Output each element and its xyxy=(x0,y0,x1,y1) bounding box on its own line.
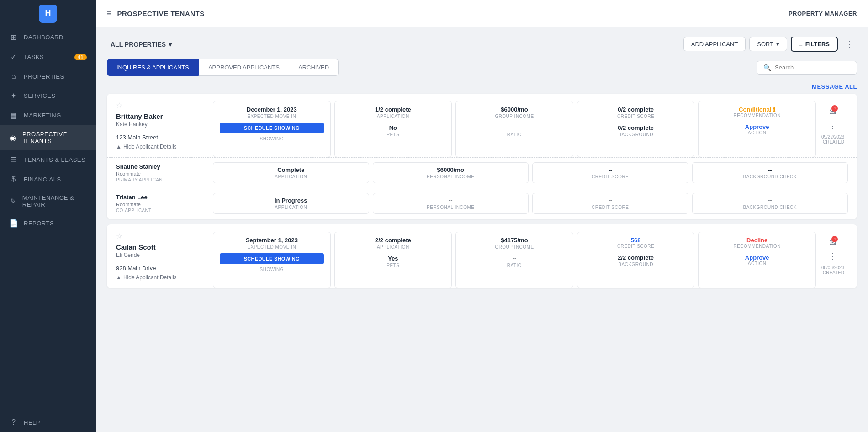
background-value: 0/2 complete xyxy=(618,124,654,131)
credit-cell: 0/2 complete CREDIT SCORE 0/2 complete B… xyxy=(577,101,695,157)
recommendation-label: RECOMMENDATION xyxy=(733,244,780,249)
sidebar-item-dashboard[interactable]: ⊞ DASHBOARD xyxy=(0,27,96,47)
action-button[interactable]: Approve xyxy=(745,254,769,261)
sub-income-value: $6000/mo xyxy=(437,166,464,173)
ratio-value: -- xyxy=(513,124,517,131)
services-icon: ✦ xyxy=(9,91,18,100)
applicant-card-cailan-scott: ☆ Cailan Scott Eli Cende 928 Main Drive … xyxy=(107,224,857,288)
sidebar-item-tenants-leases[interactable]: ☰ TENANTS & LEASES xyxy=(0,150,96,170)
tabs: INQUIRES & APPLICANTS APPROVED APPLICANT… xyxy=(107,59,339,76)
filter-left: ALL PROPERTIES ▾ xyxy=(107,39,175,50)
application-cell: 2/2 complete APPLICATION Yes PETS xyxy=(334,232,452,288)
main-content: ≡ PROSPECTIVE TENANTS PROPERTY MANAGER A… xyxy=(96,0,868,432)
chevron-down-icon: ▾ xyxy=(169,41,172,48)
sort-button[interactable]: SORT ▾ xyxy=(749,37,787,51)
tab-inquires[interactable]: INQUIRES & APPLICANTS xyxy=(107,59,199,76)
tab-archived[interactable]: ARCHIVED xyxy=(289,59,339,76)
sidebar-item-label: MARKETING xyxy=(24,112,61,119)
action-button[interactable]: Approve xyxy=(745,123,769,130)
sub-application-value: Complete xyxy=(277,166,304,173)
financials-icon: $ xyxy=(9,175,18,183)
hide-applicant-details-button[interactable]: ▲ Hide Applicant Details xyxy=(116,274,207,281)
schedule-showing-button[interactable]: SCHEDULE SHOWING xyxy=(220,123,324,133)
applicant-name: Cailan Scott xyxy=(116,243,207,251)
sub-background-cell: -- BACKGROUND CHECK xyxy=(692,193,848,214)
sub-income-label: PERSONAL INCOME xyxy=(427,174,474,179)
applicant-sub-name: Eli Cende xyxy=(116,252,207,258)
sub-applicant-role-label: CO-APPLICANT xyxy=(116,208,207,213)
recommendation-label: RECOMMENDATION xyxy=(733,113,780,118)
applicants-list: ☆ Brittany Baker Kate Hankey 123 Main St… xyxy=(107,94,857,288)
mail-button[interactable]: ✉ 1 xyxy=(829,107,836,117)
applicant-name: Brittany Baker xyxy=(116,112,207,120)
more-options-button[interactable]: ⋮ xyxy=(842,37,857,51)
expected-move-in-value: September 1, 2023 xyxy=(246,237,298,244)
topbar-role: PROPERTY MANAGER xyxy=(789,10,857,17)
filters-button[interactable]: ≡ FILTERS xyxy=(791,37,838,52)
sidebar-item-help[interactable]: ? HELP xyxy=(0,413,96,432)
sidebar-item-label: SERVICES xyxy=(24,92,56,99)
sub-applicant-name: Shaune Stanley xyxy=(116,163,207,170)
sidebar-item-marketing[interactable]: ▦ MARKETING xyxy=(0,106,96,125)
sub-applicants: Shaune Stanley Roommate PRIMARY APPLICAN… xyxy=(107,157,857,219)
prospective-tenants-icon: ◉ xyxy=(9,133,17,142)
sidebar-item-maintenance[interactable]: ✎ MAINTENANCE & REPAIR xyxy=(0,189,96,213)
pets-label: PETS xyxy=(386,132,399,137)
message-all-button[interactable]: MESSAGE ALL xyxy=(812,83,857,90)
showing-label: SHOWING xyxy=(260,136,284,141)
ratio-value: -- xyxy=(513,255,517,262)
expected-move-in-label: EXPECTED MOVE IN xyxy=(247,245,296,250)
star-icon[interactable]: ☆ xyxy=(116,232,207,240)
sidebar-item-properties[interactable]: ⌂ PROPERTIES xyxy=(0,67,96,86)
background-label: BACKGROUND xyxy=(618,262,653,267)
sidebar-item-financials[interactable]: $ FINANCIALS xyxy=(0,170,96,189)
more-actions-button[interactable]: ⋮ xyxy=(829,121,837,131)
sub-income-cell: -- PERSONAL INCOME xyxy=(373,193,529,214)
created-label: CREATED xyxy=(823,139,844,144)
properties-icon: ⌂ xyxy=(9,72,18,80)
search-input[interactable] xyxy=(775,64,850,71)
star-icon[interactable]: ☆ xyxy=(116,101,207,110)
income-cell: $6000/mo GROUP INCOME -- RATIO xyxy=(455,101,573,157)
income-cell: $4175/mo GROUP INCOME -- RATIO xyxy=(455,232,573,288)
sub-cells: In Progress APPLICATION -- PERSONAL INCO… xyxy=(213,193,848,214)
sub-applicant-name: Tristan Lee xyxy=(116,194,207,201)
pets-value: Yes xyxy=(388,255,398,262)
search-box[interactable]: 🔍 xyxy=(757,61,857,75)
sub-application-label: APPLICATION xyxy=(275,205,307,210)
schedule-showing-button[interactable]: SCHEDULE SHOWING xyxy=(220,253,324,264)
add-applicant-label: ADD APPLICANT xyxy=(691,41,738,48)
sub-left: Tristan Lee Roommate CO-APPLICANT xyxy=(116,193,207,214)
credit-score-label: CREDIT SCORE xyxy=(617,244,654,249)
sidebar-item-prospective-tenants[interactable]: ◉ PROSPECTIVE TENANTS xyxy=(0,125,96,150)
action-label: ACTION xyxy=(748,130,767,135)
content-area: ALL PROPERTIES ▾ ADD APPLICANT SORT ▾ ≡ … xyxy=(96,27,868,432)
pets-label: PETS xyxy=(386,263,399,268)
card-main-row: ☆ Brittany Baker Kate Hankey 123 Main St… xyxy=(107,94,857,157)
sidebar-item-reports[interactable]: 📄 REPORTS xyxy=(0,213,96,233)
tabs-row: INQUIRES & APPLICANTS APPROVED APPLICANT… xyxy=(107,59,857,76)
sub-application-label: APPLICATION xyxy=(275,174,307,179)
mail-button[interactable]: ✉ 1 xyxy=(829,238,836,248)
hide-applicant-details-button[interactable]: ▲ Hide Applicant Details xyxy=(116,144,207,150)
help-icon: ? xyxy=(9,418,18,427)
sub-credit-label: CREDIT SCORE xyxy=(592,174,629,179)
reports-icon: 📄 xyxy=(9,219,18,228)
sub-credit-value: -- xyxy=(608,197,612,204)
tab-approved[interactable]: APPROVED APPLICANTS xyxy=(199,59,289,76)
sidebar-item-label: PROPERTIES xyxy=(24,73,64,80)
sidebar-item-tasks[interactable]: ✓ TASKS 41 xyxy=(0,47,96,67)
all-properties-label: ALL PROPERTIES xyxy=(111,41,166,48)
sidebar-item-label: TASKS xyxy=(24,53,44,60)
ratio-label: RATIO xyxy=(507,132,522,137)
sub-income-value: -- xyxy=(449,197,453,204)
sidebar-item-services[interactable]: ✦ SERVICES xyxy=(0,86,96,106)
application-value: 2/2 complete xyxy=(375,237,411,244)
add-applicant-button[interactable]: ADD APPLICANT xyxy=(683,37,746,51)
all-properties-button[interactable]: ALL PROPERTIES ▾ xyxy=(107,39,175,50)
sidebar-item-label: TENANTS & LEASES xyxy=(24,156,85,163)
recommendation-value: Decline xyxy=(746,237,767,244)
more-actions-button[interactable]: ⋮ xyxy=(829,251,837,261)
sub-cells: Complete APPLICATION $6000/mo PERSONAL I… xyxy=(213,162,848,183)
group-income-label: GROUP INCOME xyxy=(495,245,534,250)
